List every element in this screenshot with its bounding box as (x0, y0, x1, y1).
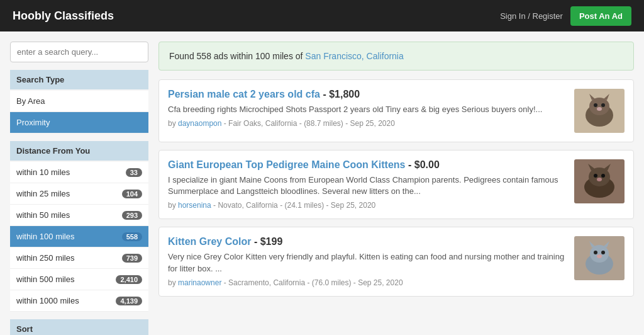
sidebar-item-by-area[interactable]: By Area (10, 91, 148, 112)
distance-header: Distance From You (10, 141, 148, 161)
search-type-header: Search Type (10, 70, 148, 89)
search-input[interactable] (10, 42, 148, 62)
listing-thumbnail (574, 159, 625, 203)
distance-25-badge: 104 (122, 190, 142, 198)
results-count-text: Found 558 ads within 100 miles of (169, 51, 303, 61)
listing-price: - $1,800 (323, 89, 360, 99)
listing-content: Persian male cat 2 years old cfa - $1,80… (168, 89, 567, 133)
svg-point-19 (601, 251, 605, 254)
listing-content: Kitten Grey Color - $199 Very nice Grey … (168, 236, 567, 287)
svg-point-13 (597, 178, 602, 181)
signin-link[interactable]: Sign In / Register (500, 11, 563, 21)
results-banner: Found 558 ads within 100 miles of San Fr… (158, 42, 634, 71)
distance-1000[interactable]: within 1000 miles 4,139 (10, 290, 148, 312)
distance-10[interactable]: within 10 miles 33 (10, 162, 148, 183)
svg-point-18 (594, 251, 597, 254)
svg-point-1 (589, 98, 609, 115)
seller-link[interactable]: marinaowner (178, 278, 221, 287)
main-layout: Search Type By Area Proximity Distance F… (0, 31, 644, 335)
distance-100[interactable]: within 100 miles 558 (10, 226, 148, 247)
listing-card: Giant European Top Pedigree Maine Coon K… (158, 150, 634, 219)
listing-price: - $199 (254, 236, 282, 247)
listing-card: Persian male cat 2 years old cfa - $1,80… (158, 79, 634, 142)
distance-250-badge: 739 (122, 254, 142, 263)
post-ad-button[interactable]: Post An Ad (570, 6, 631, 26)
svg-marker-16 (589, 241, 595, 247)
sort-section: Sort (10, 319, 148, 335)
listing-title[interactable]: Persian male cat 2 years old cfa - $1,80… (168, 89, 567, 100)
cat-image-icon (574, 236, 625, 280)
listing-desc: Very nice Grey Color Kitten very friendl… (168, 251, 567, 274)
listing-meta: by horsenina - Novato, California - (24.… (168, 201, 567, 210)
sort-header: Sort (10, 319, 148, 335)
distance-10-badge: 33 (126, 168, 142, 177)
sidebar: Search Type By Area Proximity Distance F… (10, 42, 148, 335)
distance-500[interactable]: within 500 miles 2,410 (10, 269, 148, 290)
cat-image-icon (574, 89, 625, 133)
listing-title[interactable]: Giant European Top Pedigree Maine Coon K… (168, 159, 567, 171)
svg-marker-10 (603, 164, 611, 171)
seller-link[interactable]: daynaompon (178, 119, 221, 128)
distance-1000-badge: 4,139 (116, 297, 142, 305)
results-location-link[interactable]: San Francisco, California (305, 51, 403, 61)
svg-marker-3 (604, 94, 609, 100)
sidebar-item-proximity[interactable]: Proximity (10, 112, 148, 133)
header: Hoobly Classifieds Sign In / Register Po… (0, 0, 644, 31)
listing-card: Kitten Grey Color - $199 Very nice Grey … (158, 227, 634, 296)
listing-price: - $0.00 (408, 159, 440, 170)
distance-100-badge: 558 (122, 232, 142, 241)
listing-desc: I specialize in giant Maine Coons from E… (168, 174, 567, 197)
svg-point-5 (601, 103, 605, 107)
svg-point-11 (594, 174, 597, 178)
svg-marker-17 (604, 241, 609, 247)
listing-thumbnail (574, 236, 625, 280)
svg-marker-2 (589, 94, 595, 100)
svg-point-6 (597, 107, 602, 111)
listing-content: Giant European Top Pedigree Maine Coon K… (168, 159, 567, 210)
svg-marker-9 (588, 164, 596, 171)
distance-25[interactable]: within 25 miles 104 (10, 183, 148, 205)
svg-point-12 (601, 174, 605, 178)
app-title: Hoobly Classifieds (13, 9, 114, 23)
header-actions: Sign In / Register Post An Ad (500, 6, 631, 26)
listing-meta: by marinaowner - Sacramento, California … (168, 278, 567, 287)
listing-desc: Cfa breeding rights Microchiped Shots Pa… (168, 104, 567, 115)
svg-point-15 (590, 245, 609, 263)
listing-meta: by daynaompon - Fair Oaks, California - … (168, 119, 567, 128)
distance-250[interactable]: within 250 miles 739 (10, 247, 148, 269)
distance-section: Distance From You within 10 miles 33 wit… (10, 141, 148, 312)
seller-link[interactable]: horsenina (178, 201, 211, 210)
svg-point-4 (594, 103, 597, 107)
listing-title[interactable]: Kitten Grey Color - $199 (168, 236, 567, 247)
distance-50-badge: 293 (122, 211, 142, 220)
distance-50[interactable]: within 50 miles 293 (10, 205, 148, 226)
distance-500-badge: 2,410 (116, 275, 142, 284)
cat-image-icon (574, 159, 625, 203)
svg-point-20 (597, 254, 602, 258)
results-area: Found 558 ads within 100 miles of San Fr… (158, 42, 634, 335)
listing-thumbnail (574, 89, 625, 133)
